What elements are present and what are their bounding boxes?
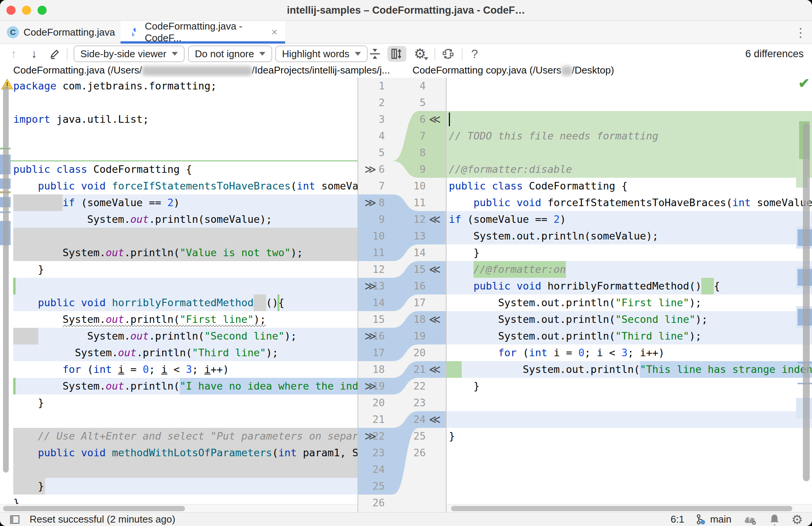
previous-difference-button[interactable]: ↑ [6, 46, 21, 62]
line-number: 25 [358, 478, 385, 495]
git-branch-widget[interactable]: main [696, 513, 731, 525]
line-number: 12 [399, 211, 426, 228]
code-line [447, 144, 812, 161]
right-horizontal-scrollbar[interactable] [447, 504, 812, 512]
tab-label: CodeFormatting.java - CodeF... [145, 20, 266, 44]
caret-position-widget[interactable]: 6:1 [671, 513, 684, 525]
left-code-editor[interactable]: package com.jetbrains.formatting;import … [0, 78, 357, 504]
left-horizontal-scrollbar[interactable] [0, 504, 357, 512]
tab-codeformatting-java[interactable]: C CodeFormatting.java × [0, 21, 134, 44]
diff-highlight-ins [447, 144, 812, 161]
apply-change-to-left-chevron[interactable]: ≪ [428, 111, 442, 128]
apply-change-to-left-chevron[interactable]: ≪ [428, 411, 442, 428]
code-text: System.out.println(someValue); [13, 211, 272, 228]
line-number: 25 [399, 428, 426, 445]
line-number: 9 [399, 161, 426, 178]
chevron-down-icon [355, 52, 361, 56]
line-number: 8 [399, 144, 426, 161]
svg-text:?: ? [748, 517, 751, 523]
tab-options-kebab-icon[interactable]: ⋮ [795, 25, 807, 40]
code-with-me-cloud-icon[interactable]: ? [743, 514, 757, 525]
apply-change-to-left-chevron[interactable]: ≪ [428, 211, 442, 228]
code-line: } [447, 428, 812, 445]
code-line: System.out.println("I have no idea where… [0, 378, 357, 394]
code-text: // Use Alt+Enter and select "Put paramet… [13, 428, 357, 445]
apply-change-to-right-chevron[interactable]: ≫ [364, 278, 377, 294]
tool-window-panel-icon[interactable] [10, 515, 20, 524]
line-number: 26 [399, 445, 426, 461]
code-line [447, 478, 812, 495]
left-vertical-scrollbar[interactable] [3, 86, 9, 473]
code-line: } [447, 244, 812, 261]
line-number: 18 [399, 311, 426, 328]
edit-pencil-icon[interactable] [47, 46, 62, 62]
diff-settings-gear-icon[interactable]: ⚙ [411, 46, 429, 62]
code-line: public class CodeFormatting { [447, 178, 812, 194]
line-number: 21 [399, 361, 426, 378]
apply-change-to-right-chevron[interactable]: ≫ [364, 194, 377, 211]
line-number: 5 [399, 94, 426, 111]
close-tab-icon[interactable]: × [271, 27, 278, 38]
code-text: } [13, 261, 44, 278]
code-text: System.out.println("Second line"); [449, 311, 708, 328]
line-number: 6 [399, 111, 426, 128]
code-text: for (int i = 0; i < 3; i++) [449, 344, 665, 361]
apply-change-to-right-chevron[interactable]: ≫ [364, 378, 377, 394]
ignore-policy-dropdown[interactable]: Do not ignore [188, 45, 272, 62]
code-line: System.out.println("First line"); [0, 311, 357, 328]
code-line: } [0, 394, 357, 411]
highlight-mode-dropdown[interactable]: Highlight words [275, 45, 368, 62]
code-line: public void forceIfStatementsToHaveBrace… [447, 194, 812, 211]
code-line: System.out.println("This line has strang… [447, 361, 812, 378]
diff-toolbar: ↑ ↓ Side-by-side viewer Do not ignore Hi… [0, 44, 812, 64]
code-line: } [0, 478, 357, 495]
code-line: public class CodeFormatting { [0, 161, 357, 178]
code-text: } [13, 495, 19, 504]
line-number: 17 [399, 294, 426, 311]
code-line: //@formatter:disable [447, 161, 812, 178]
help-icon[interactable]: ? [467, 46, 482, 62]
line-number: 13 [399, 228, 426, 244]
right-code-editor[interactable]: // TODO this file needs formatting//@for… [447, 78, 812, 504]
apply-change-to-left-chevron[interactable]: ≪ [428, 261, 442, 278]
next-difference-button[interactable]: ↓ [27, 46, 42, 62]
line-number: 16 [399, 278, 426, 294]
viewer-mode-dropdown[interactable]: Side-by-side viewer [74, 45, 185, 62]
git-branch-icon [696, 514, 707, 525]
line-number: 9 [358, 211, 385, 228]
code-line: System.out.println("Third line"); [447, 328, 812, 344]
diff-highlight-ins [447, 111, 812, 128]
tab-diff-viewer[interactable]: CodeFormatting.java - CodeF... × [121, 21, 285, 44]
code-line [0, 411, 357, 428]
apply-change-to-right-chevron[interactable]: ≫ [364, 161, 377, 178]
line-number: 15 [358, 311, 385, 328]
apply-change-to-right-chevron[interactable]: ≫ [364, 428, 377, 445]
apply-change-to-right-chevron[interactable]: ≫ [364, 328, 377, 344]
diff-icon [127, 26, 140, 39]
code-line: } [0, 261, 357, 278]
right-vertical-scrollbar[interactable] [803, 123, 810, 481]
apply-change-to-left-chevron[interactable]: ≪ [428, 361, 442, 378]
code-text: //@formatter:disable [449, 161, 572, 178]
status-message: Reset successful (2 minutes ago) [30, 513, 175, 525]
code-text: System.out.println("I have no idea where… [13, 378, 357, 394]
line-number: 11 [399, 194, 426, 211]
notifications-bell-icon[interactable] [769, 513, 780, 526]
code-text: System.out.println("This line has strang… [449, 361, 812, 378]
settings-gear-icon[interactable]: ⚙ [792, 512, 803, 526]
code-line: public void methodWithLotsOfParameters(i… [0, 445, 357, 461]
synchronize-scrolling-icon[interactable] [387, 46, 406, 62]
swap-sides-icon[interactable] [439, 46, 457, 62]
code-text: System.out.println("Third line"); [13, 344, 278, 361]
code-line [447, 94, 812, 111]
collapse-unchanged-icon[interactable] [366, 46, 384, 62]
diff-highlight-del [13, 461, 357, 478]
title-bar: intellij-samples – CodeFormatting.java -… [0, 0, 812, 21]
scrollbar-thumb[interactable] [3, 506, 185, 511]
scrollbar-thumb[interactable] [451, 506, 792, 511]
line-number: 23 [399, 394, 426, 411]
code-text: import java.util.List; [13, 111, 149, 128]
apply-change-to-left-chevron[interactable]: ≪ [428, 311, 442, 328]
line-number: 26 [358, 495, 385, 511]
line-number: 5 [358, 144, 385, 161]
